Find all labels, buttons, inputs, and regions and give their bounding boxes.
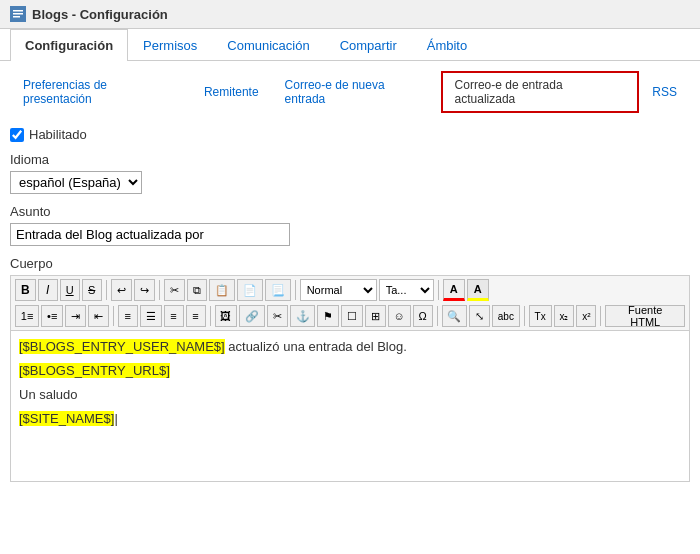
emoticon-button[interactable]: ☺ [388,305,411,327]
variable-user-name: [$BLOGS_ENTRY_USER_NAME$] [19,339,225,354]
copy-button[interactable]: ⧉ [187,279,207,301]
page-title: Blogs - Configuración [32,7,168,22]
unordered-list-button[interactable]: •≡ [41,305,63,327]
editor-line-4: [$SITE_NAME$]| [19,411,681,429]
cut-button[interactable]: ✂ [164,279,185,301]
sub-tab-entrada-actualizada[interactable]: Correo-e de entrada actualizada [441,71,640,113]
svg-rect-2 [13,13,23,15]
table-button[interactable]: ⊞ [365,305,386,327]
separator-4 [438,280,439,300]
source-html-button[interactable]: Fuente HTML [605,305,685,327]
separator-6 [210,306,211,326]
variable-entry-url: [$BLOGS_ENTRY_URL$] [19,363,170,378]
link-button[interactable]: 🔗 [239,305,265,327]
asunto-field: Asunto Entrada del Blog actualizada por [10,204,690,246]
font-bg-color-button[interactable]: A [467,279,489,301]
indent-button[interactable]: ⇥ [65,305,86,327]
separator-8 [524,306,525,326]
blog-icon [10,6,26,22]
editor-toolbar: B I U S ↩ ↪ ✂ ⧉ 📋 📄 📃 Normal [11,276,689,331]
sub-tab-remitente[interactable]: Remitente [191,79,272,105]
tab-permisos[interactable]: Permisos [128,29,212,61]
separator-9 [600,306,601,326]
tab-comunicacion[interactable]: Comunicación [212,29,324,61]
separator-7 [437,306,438,326]
editor-text-1: actualizó una entrada del Blog. [225,339,407,354]
svg-rect-3 [13,16,20,18]
remove-format-button[interactable]: Tx [529,305,552,327]
flag-button[interactable]: ⚑ [317,305,339,327]
bold-button[interactable]: B [15,279,36,301]
search-button[interactable]: 🔍 [442,305,468,327]
habilitado-field: Habilitado [10,127,690,142]
font-style-select[interactable]: Normal Heading 1 Heading 2 [300,279,377,301]
paste-button[interactable]: 📋 [209,279,235,301]
unlink-button[interactable]: ✂ [267,305,288,327]
content-area: Preferencias de presentación Remitente C… [0,61,700,502]
habilitado-checkbox[interactable] [10,128,24,142]
outdent-button[interactable]: ⇤ [88,305,109,327]
subscript-button[interactable]: x₂ [554,305,575,327]
main-tabs: Configuración Permisos Comunicación Comp… [0,29,700,61]
align-right-button[interactable]: ≡ [164,305,184,327]
cursor-indicator: | [114,411,117,426]
sub-tab-nueva-entrada[interactable]: Correo-e de nueva entrada [272,72,441,112]
idioma-label: Idioma [10,152,690,167]
idioma-select[interactable]: español (España) [10,171,142,194]
editor-text-3: Un saludo [19,387,78,402]
separator-5 [113,306,114,326]
asunto-input[interactable]: Entrada del Blog actualizada por [10,223,290,246]
align-justify-button[interactable]: ≡ [186,305,206,327]
separator-2 [159,280,160,300]
editor-container: B I U S ↩ ↪ ✂ ⧉ 📋 📄 📃 Normal [10,275,690,482]
italic-button[interactable]: I [38,279,58,301]
title-bar: Blogs - Configuración [0,0,700,29]
sub-tab-rss[interactable]: RSS [639,79,690,105]
sub-tab-preferencias[interactable]: Preferencias de presentación [10,72,191,112]
editor-line-2: [$BLOGS_ENTRY_URL$] [19,363,681,381]
align-center-button[interactable]: ☰ [140,305,162,327]
cuerpo-field: Cuerpo B I U S ↩ ↪ ✂ ⧉ 📋 📄 📃 [10,256,690,482]
tab-compartir[interactable]: Compartir [325,29,412,61]
editor-line-1: [$BLOGS_ENTRY_USER_NAME$] actualizó una … [19,339,681,357]
redo-button[interactable]: ↪ [134,279,155,301]
habilitado-label: Habilitado [29,127,87,142]
font-color-button[interactable]: A [443,279,465,301]
ordered-list-button[interactable]: 1≡ [15,305,39,327]
strikethrough-button[interactable]: S [82,279,102,301]
special-chars-button[interactable]: Ω [413,305,433,327]
tab-configuracion[interactable]: Configuración [10,29,128,61]
separator-1 [106,280,107,300]
zoom-button[interactable]: ⤡ [469,305,490,327]
variable-site-name: [$SITE_NAME$] [19,411,114,426]
align-left-button[interactable]: ≡ [118,305,138,327]
paste-plain-button[interactable]: 📄 [237,279,263,301]
svg-rect-1 [13,10,23,12]
tab-ambito[interactable]: Ámbito [412,29,482,61]
toolbar-row-1: B I U S ↩ ↪ ✂ ⧉ 📋 📄 📃 Normal [15,279,685,301]
editor-line-3: Un saludo [19,387,681,405]
idioma-field: Idioma español (España) [10,152,690,194]
image-button[interactable]: 🖼 [215,305,238,327]
anchor-button[interactable]: ⚓ [290,305,316,327]
font-name-select[interactable]: Ta... Arial [379,279,434,301]
editor-body[interactable]: [$BLOGS_ENTRY_USER_NAME$] actualizó una … [11,331,689,481]
underline-button[interactable]: U [60,279,80,301]
paste-word-button[interactable]: 📃 [265,279,291,301]
cuerpo-label: Cuerpo [10,256,690,271]
superscript-button[interactable]: x² [576,305,596,327]
sub-tabs: Preferencias de presentación Remitente C… [10,71,690,113]
spell-button[interactable]: abc [492,305,520,327]
separator-3 [295,280,296,300]
block-button[interactable]: ☐ [341,305,363,327]
asunto-label: Asunto [10,204,690,219]
undo-button[interactable]: ↩ [111,279,132,301]
toolbar-row-2: 1≡ •≡ ⇥ ⇤ ≡ ☰ ≡ ≡ 🖼 🔗 ✂ ⚓ ⚑ ☐ ⊞ [15,305,685,327]
